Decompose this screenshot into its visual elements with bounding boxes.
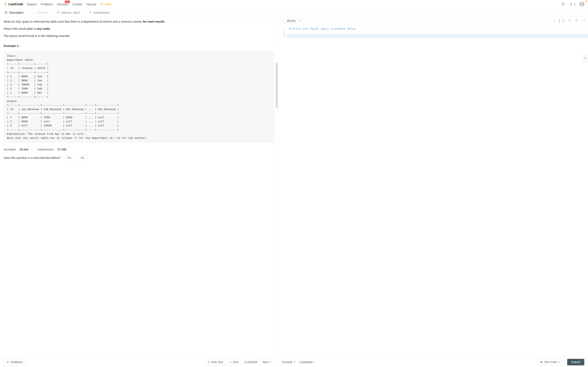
contribute-button[interactable]: Contribute i (300, 360, 315, 364)
streak-count: 0 (574, 3, 575, 6)
gutter: 1 2 3 (278, 25, 287, 357)
description-icon (4, 11, 8, 14)
language-label: MySQL (287, 19, 296, 22)
tab-discuss-count: (302) (73, 11, 80, 14)
fullscreen-icon[interactable] (582, 19, 585, 23)
fire-icon (569, 2, 573, 6)
nav-contest[interactable]: Contest (72, 3, 82, 6)
main-split: Write an SQL query to reformat the table… (0, 17, 588, 367)
left-footer: Problems Pick One Prev 1179/2430 Next (0, 357, 278, 367)
console-toggle[interactable]: Console (282, 360, 295, 364)
nav-interview[interactable]: Interview New (57, 3, 68, 6)
logo[interactable]: LeetCode (4, 2, 23, 6)
p2-text-a: Return the result table in (4, 27, 37, 30)
nav-explore[interactable]: Explore (27, 3, 36, 6)
bell-icon[interactable] (561, 2, 565, 7)
code-line-3 (289, 34, 588, 38)
problems-button[interactable]: Problems (4, 359, 25, 365)
reset-icon[interactable] (568, 19, 571, 23)
logo-text: LeetCode (8, 2, 23, 6)
copy-code-button[interactable] (582, 54, 588, 62)
accepted-value: 80,644 (20, 147, 28, 151)
p2-bold: any order (37, 27, 50, 30)
submissions-label: Submissions (37, 147, 53, 151)
pick-one-label: Pick One (212, 360, 223, 364)
seen-prompt: Seen this question in a real interview b… (4, 156, 61, 160)
editor-icons: i { } (554, 19, 585, 23)
tab-discuss[interactable]: Discuss (302) (52, 8, 84, 17)
problem-body[interactable]: Write an SQL query to reformat the table… (0, 17, 278, 357)
page-counter: 1179/2430 (242, 360, 259, 364)
stats-row: Accepted 80,644 | Submissions 97,586 (4, 147, 274, 151)
nav-links: Explore Problems Interview New Contest D… (27, 3, 112, 6)
tab-submissions[interactable]: Submissions (84, 8, 114, 17)
language-select[interactable]: i MySQL (281, 18, 303, 23)
streak[interactable]: 0 (569, 2, 575, 6)
tab-discuss-label: Discuss (61, 11, 71, 14)
copy-icon (584, 57, 587, 59)
chat-icon (57, 11, 60, 14)
paragraph-2: Return the result table in any order. (4, 27, 274, 31)
submissions-value: 97,586 (58, 147, 66, 151)
problem-tabs: Description Solution Discuss (302) Submi… (0, 8, 588, 17)
nav-interview-label: Interview (57, 3, 68, 6)
left-pane: Write an SQL query to reformat the table… (0, 17, 278, 367)
contribute-label: Contribute (300, 360, 313, 364)
p1-bold: for each month (143, 20, 164, 23)
example-block: Input: Department table: +------+-------… (4, 51, 274, 143)
info-icon: i (283, 19, 284, 23)
nav-store-label: Store (105, 3, 112, 6)
svg-rect-2 (585, 58, 586, 59)
gutter-line: 1 (278, 27, 285, 31)
nav-discuss[interactable]: Discuss (86, 3, 96, 6)
editorconfig-info-icon[interactable]: i (554, 19, 555, 23)
p1-text-b: . (164, 20, 165, 23)
right-pane: ········ i MySQL i { } 1 2 3 # Wri (278, 17, 588, 367)
run-code-label: Run Code (545, 360, 557, 364)
editor-toolbar: i MySQL i { } (278, 17, 588, 25)
shuffle-icon (207, 361, 210, 363)
svg-point-0 (581, 3, 582, 4)
list-icon (6, 361, 9, 363)
run-code-button[interactable]: Run Code (538, 359, 563, 365)
stats-separator: | (33, 147, 33, 151)
seen-no-button[interactable]: No (78, 155, 87, 160)
settings-icon[interactable] (575, 19, 578, 23)
svg-point-1 (576, 20, 577, 21)
code-line-1: # Write your MySQL query statement below (289, 27, 588, 31)
pick-one-button[interactable]: Pick One (205, 359, 226, 365)
new-badge: New (65, 1, 70, 3)
scrollbar-thumb[interactable] (276, 62, 278, 108)
chevron-down-icon (294, 362, 295, 363)
nav-problems[interactable]: Problems (41, 3, 53, 6)
svg-rect-3 (584, 57, 586, 59)
nav-store[interactable]: Store (100, 3, 112, 6)
tab-solution-label: Solution (37, 11, 48, 14)
next-button[interactable]: Next (260, 359, 274, 365)
top-nav: LeetCode Explore Problems Interview New … (0, 0, 588, 8)
chevron-left-icon (229, 361, 231, 363)
nav-right: 0 (561, 2, 584, 7)
tab-submissions-label: Submissions (93, 11, 109, 14)
seen-yes-button[interactable]: Yes (64, 155, 74, 160)
p2-text-b: . (50, 27, 51, 30)
chevron-up-icon (558, 361, 560, 363)
code-line-2 (289, 31, 588, 34)
submit-button[interactable]: Submit (567, 359, 584, 365)
code-area[interactable]: # Write your MySQL query statement below (287, 25, 588, 357)
store-icon (100, 3, 104, 6)
history-icon (89, 11, 92, 14)
tab-description-label: Description (9, 11, 24, 14)
avatar[interactable] (579, 2, 584, 7)
gutter-line: 2 (278, 31, 285, 34)
right-footer: Console Contribute i Run Code Submit (278, 357, 588, 367)
code-editor[interactable]: 1 2 3 # Write your MySQL query statement… (278, 25, 588, 357)
tab-description[interactable]: Description (0, 8, 28, 17)
gutter-line: 3 (278, 34, 285, 38)
brackets-icon[interactable]: { } (558, 19, 564, 23)
tab-solution[interactable]: Solution (28, 8, 52, 17)
prev-button[interactable]: Prev (227, 359, 241, 365)
console-label: Console (282, 360, 292, 364)
next-label: Next (262, 360, 268, 364)
paragraph-3: The query result format is in the follow… (4, 34, 274, 38)
